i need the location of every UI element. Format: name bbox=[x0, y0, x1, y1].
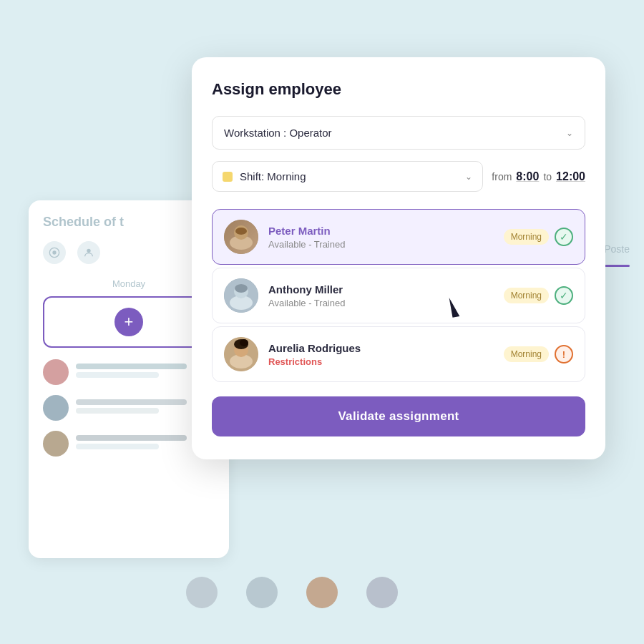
workstation-chevron-icon: ⌄ bbox=[566, 128, 573, 138]
bg-avatar-2 bbox=[43, 395, 69, 421]
emp-status-aurelia: Restrictions bbox=[268, 356, 494, 367]
modal-title: Assign employee bbox=[212, 80, 585, 99]
emp-info-anthony: Anthony Miller Available - Trained bbox=[268, 283, 494, 308]
emp-name-aurelia: Aurelia Rodrigues bbox=[268, 342, 494, 354]
avatar-peter bbox=[224, 220, 258, 254]
shift-badge-peter: Morning bbox=[504, 229, 549, 245]
emp-right-peter: Morning ✓ bbox=[504, 228, 573, 246]
time-from-label: from bbox=[492, 171, 512, 182]
workstation-label: Workstation : Operator bbox=[224, 127, 332, 139]
svg-point-14 bbox=[240, 339, 248, 346]
bg-employee-3 bbox=[43, 431, 215, 457]
shift-dropdown[interactable]: Shift: Morning ⌄ bbox=[212, 161, 483, 192]
svg-point-1 bbox=[52, 250, 56, 254]
emp-status-peter: Available - Trained bbox=[268, 239, 494, 250]
assign-employee-modal: Assign employee Workstation : Operator ⌄… bbox=[192, 57, 605, 459]
shift-time-row: Shift: Morning ⌄ from 8:00 to 12:00 bbox=[212, 161, 585, 192]
bottom-avatar-2 bbox=[246, 577, 278, 608]
bg-day-label: Monday bbox=[43, 278, 215, 289]
bottom-avatars-row bbox=[186, 577, 398, 608]
emp-right-anthony: Morning ✓ bbox=[504, 286, 573, 305]
avatar-anthony bbox=[224, 278, 258, 313]
bg-line-1a bbox=[76, 364, 187, 369]
bg-employee-1 bbox=[43, 359, 215, 385]
employee-card-peter[interactable]: Peter Martin Available - Trained Morning… bbox=[212, 209, 585, 265]
status-warning-aurelia: ! bbox=[555, 345, 573, 364]
right-posted-label: Poste bbox=[604, 243, 630, 255]
bg-line-1b bbox=[76, 372, 159, 378]
status-check-anthony: ✓ bbox=[555, 286, 573, 305]
emp-status-anthony: Available - Trained bbox=[268, 298, 494, 308]
shift-badge-anthony: Morning bbox=[504, 288, 549, 303]
emp-info-aurelia: Aurelia Rodrigues Restrictions bbox=[268, 342, 494, 367]
bg-icon-2 bbox=[77, 241, 100, 264]
employee-card-aurelia[interactable]: Aurelia Rodrigues Restrictions Morning ! bbox=[212, 326, 585, 382]
validate-assignment-button[interactable]: Validate assignment bbox=[212, 396, 585, 436]
time-to-label: to bbox=[543, 171, 552, 182]
avatar-peter-face bbox=[224, 220, 258, 254]
shift-badge-aurelia: Morning bbox=[504, 346, 549, 362]
avatar-aurelia bbox=[224, 337, 258, 371]
bg-add-card[interactable]: + bbox=[43, 296, 215, 348]
bg-avatar-1 bbox=[43, 359, 69, 385]
workstation-dropdown[interactable]: Workstation : Operator ⌄ bbox=[212, 116, 585, 150]
svg-point-2 bbox=[87, 249, 90, 253]
time-to-value: 12:00 bbox=[556, 170, 585, 183]
shift-chevron-icon: ⌄ bbox=[465, 172, 472, 182]
emp-name-peter: Peter Martin bbox=[268, 225, 494, 237]
emp-right-aurelia: Morning ! bbox=[504, 345, 573, 364]
bg-avatar-3 bbox=[43, 431, 69, 457]
shift-color-dot bbox=[223, 172, 233, 182]
bg-line-3b bbox=[76, 444, 159, 449]
emp-info-peter: Peter Martin Available - Trained bbox=[268, 225, 494, 250]
bg-line-3a bbox=[76, 435, 187, 441]
svg-point-9 bbox=[235, 284, 248, 293]
bottom-avatar-4 bbox=[366, 577, 398, 608]
bottom-avatar-3 bbox=[306, 577, 338, 608]
status-check-peter: ✓ bbox=[555, 228, 573, 246]
bg-line-2b bbox=[76, 408, 159, 414]
svg-point-5 bbox=[235, 228, 247, 235]
shift-label: Shift: Morning bbox=[240, 170, 458, 182]
bg-add-circle: + bbox=[114, 308, 143, 336]
bg-schedule-title: Schedule of t bbox=[43, 215, 215, 230]
bg-employee-2 bbox=[43, 395, 215, 421]
bg-icons-row bbox=[43, 241, 215, 264]
time-from-value: 8:00 bbox=[516, 170, 539, 183]
time-range: from 8:00 to 12:00 bbox=[492, 170, 585, 183]
employee-list: Peter Martin Available - Trained Morning… bbox=[212, 209, 585, 382]
emp-name-anthony: Anthony Miller bbox=[268, 283, 494, 296]
bg-line-2a bbox=[76, 399, 187, 405]
employee-card-anthony[interactable]: Anthony Miller Available - Trained Morni… bbox=[212, 268, 585, 323]
bg-icon-1 bbox=[43, 241, 66, 264]
bottom-avatar-1 bbox=[186, 577, 218, 608]
